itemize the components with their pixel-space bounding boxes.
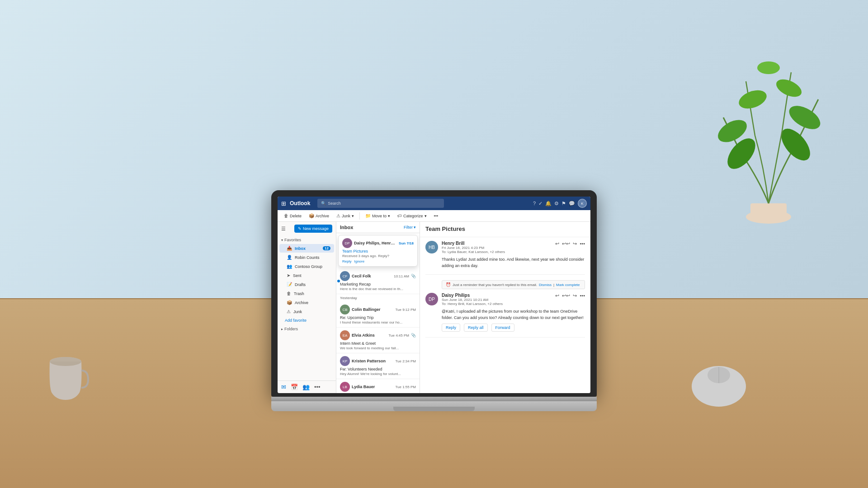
email-date-elvia: Tue 4:45 PM: [388, 333, 409, 338]
junk-button[interactable]: ⚠ Junk ▾: [334, 212, 357, 219]
add-favorite-button[interactable]: Add favorite: [278, 316, 336, 324]
notification-ignore-link[interactable]: Ignore: [354, 259, 364, 263]
email-item-colin[interactable]: CB Colin Ballinger Tue 9:12 PM Re: Upcom…: [336, 302, 420, 328]
email-preview-elvia: We look forward to meeting our fall...: [340, 346, 416, 350]
email-list: DP Daisy Philips, Henry Brill Sun 7/18 T…: [336, 233, 420, 393]
sidebar-item-robin-counts[interactable]: 👤 Robin Counts: [279, 253, 334, 262]
sidebar-folders-item[interactable]: ▸ Folders: [278, 325, 336, 333]
date-separator-yesterday: Yesterday: [336, 294, 420, 302]
mark-complete-link[interactable]: Mark complete: [556, 283, 580, 287]
mail-bottom-icon[interactable]: ✉: [281, 384, 286, 390]
settings-icon[interactable]: ⚙: [554, 201, 559, 206]
more-bottom-icon[interactable]: •••: [314, 384, 321, 390]
sidebar-item-sent[interactable]: ➤ Sent: [279, 271, 334, 280]
delete-button[interactable]: 🗑 Delete: [281, 212, 304, 219]
reply-all-button[interactable]: Reply all: [464, 324, 488, 332]
more-icon-henry[interactable]: •••: [580, 241, 585, 247]
more-toolbar-button[interactable]: •••: [431, 213, 441, 219]
reply-button[interactable]: Reply: [442, 324, 460, 332]
email-date-kristen: Tue 2:34 PM: [395, 359, 416, 363]
outlook-app-screen: ⊞ Outlook 🔍 Search ? ✓ 🔔 ⚙ ⚑ 💬 K: [278, 197, 590, 393]
reminder-icon: ⏰: [446, 282, 451, 287]
flag-icon[interactable]: ⚑: [561, 201, 566, 206]
email-avatar-dp: DP: [342, 238, 352, 248]
sidebar-item-drafts[interactable]: 📝 Drafts: [279, 280, 334, 289]
notification-actions: Reply Ignore: [342, 259, 414, 263]
email-item-cecil[interactable]: CF Cecil Folk 10:11 AM 📎 Marketing Recap…: [336, 268, 420, 294]
email-item-kristen[interactable]: KP Kristen Patterson Tue 2:34 PM Fw: Vol…: [336, 353, 420, 379]
sidebar-item-archive[interactable]: 📦 Archive: [279, 298, 334, 307]
hamburger-menu-icon[interactable]: ☰: [281, 226, 286, 232]
reply-icon-daisy[interactable]: ↩: [555, 293, 559, 299]
junk-chevron-icon: ▾: [352, 214, 354, 218]
main-layout: ☰ ✎ New message ▾ Favorites: [278, 222, 590, 393]
reply-icon-henry[interactable]: ↩: [555, 241, 559, 247]
thread-date-daisy: Sun June 18, 2021 10:21 AM: [442, 298, 552, 302]
archive-toolbar-button[interactable]: 📦 Archive: [306, 212, 332, 219]
todo-icon[interactable]: ✓: [538, 201, 542, 206]
group-icon: 👥: [287, 264, 292, 269]
thread-to-daisy: To: Henry Brill, Kat Larsson, +2 others: [442, 302, 552, 306]
folders-chevron-icon: ▸: [281, 327, 283, 331]
help-icon[interactable]: ?: [533, 201, 536, 206]
feedback-icon[interactable]: 💬: [569, 201, 575, 206]
email-notification-popup[interactable]: DP Daisy Philips, Henry Brill Sun 7/18 T…: [338, 235, 418, 267]
email-header-lydia: LB Lydia Bauer Tue 1:55 PM: [340, 382, 416, 392]
filter-button[interactable]: Filter ▾: [404, 225, 416, 230]
more-icon-daisy[interactable]: •••: [580, 293, 585, 299]
app-grid-icon[interactable]: ⊞: [281, 200, 286, 207]
thread-actions-daisy: ↩ ↩↩ ↪ •••: [555, 293, 585, 299]
forward-icon-daisy[interactable]: ↪: [573, 293, 577, 299]
thread-message-header-henry: HB Henry Brill Fri June 16, 2021 4:23 PM…: [425, 241, 585, 254]
reply-all-icon-daisy[interactable]: ↩↩: [562, 293, 570, 299]
thread-body-daisy: @Katri, I uploaded all the pictures from…: [442, 309, 585, 321]
calendar-bottom-icon[interactable]: 📅: [291, 384, 298, 390]
thread-title: Team Pictures: [425, 225, 585, 232]
email-list-header: Inbox Filter ▾: [336, 222, 420, 233]
search-icon: 🔍: [321, 201, 326, 206]
email-sender-colin: Colin Ballinger: [352, 307, 393, 312]
archive-toolbar-label: Archive: [316, 214, 329, 218]
sidebar-item-trash[interactable]: 🗑 Trash: [279, 289, 334, 298]
computer-mouse: [687, 361, 750, 411]
dismiss-link[interactable]: Dismiss: [539, 283, 552, 287]
notification-icon[interactable]: 🔔: [545, 201, 552, 206]
move-to-button[interactable]: 📁 Move to ▾: [363, 212, 393, 219]
sidebar-bottom-nav: ✉ 📅 👥 •••: [278, 380, 336, 393]
thread-meta-daisy: Daisy Philips Sun June 18, 2021 10:21 AM…: [442, 293, 552, 306]
new-message-button[interactable]: ✎ New message: [294, 225, 332, 233]
svg-point-4: [785, 101, 824, 134]
inbox-title: Inbox: [340, 225, 353, 230]
email-item-lydia[interactable]: LB Lydia Bauer Tue 1:55 PM Celebration p…: [336, 379, 420, 393]
sidebar-item-contoso-group[interactable]: 👥 Contoso Group: [279, 262, 334, 271]
email-avatar-lb: LB: [340, 382, 350, 392]
svg-point-8: [757, 61, 780, 74]
categorize-button[interactable]: 🏷 Categorize ▾: [395, 212, 429, 219]
categorize-chevron-icon: ▾: [425, 214, 427, 218]
reply-all-icon-henry[interactable]: ↩↩: [562, 241, 570, 247]
thread-meta-henry: Henry Brill Fri June 16, 2021 4:23 PM To…: [442, 241, 552, 254]
more-toolbar-icon: •••: [434, 214, 438, 218]
top-icon-group: ? ✓ 🔔 ⚙ ⚑ 💬 K: [533, 199, 587, 208]
sidebar-item-junk[interactable]: ⚠ Junk: [279, 307, 334, 316]
delete-icon: 🗑: [284, 213, 288, 218]
email-item-elvia[interactable]: EA Elvia Atkins Tue 4:45 PM 📎 Intern Mee…: [336, 328, 420, 353]
notification-reply-link[interactable]: Reply: [342, 259, 351, 263]
forward-icon-henry[interactable]: ↪: [573, 241, 577, 247]
people-bottom-icon[interactable]: 👥: [302, 384, 310, 390]
new-message-plus-icon: ✎: [298, 226, 302, 231]
sidebar: ☰ ✎ New message ▾ Favorites: [278, 222, 336, 393]
user-avatar[interactable]: K: [578, 199, 587, 208]
search-bar[interactable]: 🔍 Search: [317, 199, 444, 208]
email-preview-cecil: Here is the doc that we reviewed in th..…: [340, 287, 416, 291]
favorites-header[interactable]: ▾ Favorites: [278, 236, 336, 244]
app-name-label: Outlook: [290, 200, 310, 206]
action-toolbar: 🗑 Delete 📦 Archive ⚠ Junk ▾ 📁: [278, 210, 590, 222]
forward-button[interactable]: Forward: [491, 324, 514, 332]
email-header-elvia: EA Elvia Atkins Tue 4:45 PM 📎: [340, 330, 416, 340]
thread-actions-henry: ↩ ↩↩ ↪ •••: [555, 241, 585, 247]
reminder-bar: ⏰ Just a reminder that you haven't repli…: [442, 280, 585, 289]
favorites-section: ▾ Favorites 📥 Inbox 12 👤 Robin Counts: [278, 235, 336, 325]
laptop-base: [271, 401, 597, 411]
sidebar-item-inbox[interactable]: 📥 Inbox 12: [279, 244, 334, 253]
